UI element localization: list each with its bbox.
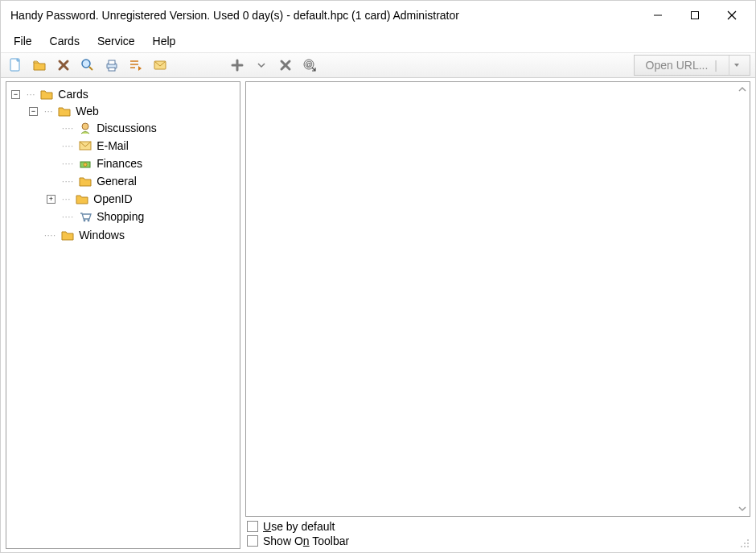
resize-grip-icon[interactable] <box>739 538 750 549</box>
tree-web[interactable]: − ··· Web <box>29 103 238 119</box>
footer-options: Use by default Show On Toolbar <box>245 517 750 549</box>
svg-text:@: @ <box>305 60 312 68</box>
tree-discussions[interactable]: ···· Discussions <box>47 120 238 136</box>
collapse-icon[interactable]: − <box>11 90 20 99</box>
search-icon <box>80 58 95 72</box>
folder-icon <box>40 88 53 101</box>
autofill-button[interactable] <box>126 56 146 75</box>
print-button[interactable] <box>102 56 121 75</box>
menu-service[interactable]: Service <box>89 32 143 50</box>
remove-button[interactable] <box>276 56 295 75</box>
minimize-button[interactable] <box>639 3 676 27</box>
minimize-icon <box>653 10 663 20</box>
menu-help[interactable]: Help <box>145 32 184 50</box>
svg-point-32 <box>744 546 746 547</box>
folder-open-icon <box>32 58 47 72</box>
content-pane: Use by default Show On Toolbar <box>245 81 750 549</box>
close-icon <box>727 10 737 20</box>
tree-shopping[interactable]: ···· Shopping <box>47 208 238 225</box>
window-title: Handy Password. Unregistered Version. Us… <box>10 9 639 22</box>
tree-label: Finances <box>97 157 142 170</box>
tree-root-cards[interactable]: − ··· Cards <box>11 86 238 102</box>
open-button[interactable] <box>30 56 49 75</box>
svg-rect-11 <box>109 68 115 71</box>
new-card-button[interactable] <box>6 56 25 75</box>
svg-point-27 <box>88 220 90 222</box>
add-dropdown-button[interactable] <box>252 56 271 75</box>
toolbar: @ Open URL... | <box>1 52 755 78</box>
tree-pane[interactable]: − ··· Cards − ··· <box>6 81 240 549</box>
add-button[interactable] <box>228 56 247 75</box>
menu-cards[interactable]: Cards <box>42 32 88 50</box>
tree-windows[interactable]: ···· Windows <box>29 227 238 243</box>
svg-rect-1 <box>692 12 699 19</box>
globe-arrow-icon: @ <box>302 58 317 72</box>
expand-icon[interactable]: + <box>47 195 55 204</box>
chevron-down-icon <box>738 505 746 513</box>
svg-point-22 <box>82 123 88 130</box>
chevron-up-icon <box>738 85 746 93</box>
plus-icon <box>231 59 244 72</box>
tree-label: E-Mail <box>97 139 129 152</box>
envelope-icon <box>153 58 167 72</box>
svg-point-33 <box>747 546 749 547</box>
envelope-icon <box>79 139 92 152</box>
svg-point-26 <box>84 220 86 222</box>
maximize-button[interactable] <box>676 3 713 27</box>
tree-email[interactable]: ···· E-Mail <box>47 138 238 154</box>
close-button[interactable] <box>713 3 750 27</box>
card-view-area[interactable] <box>245 81 750 517</box>
main-body: − ··· Cards − ··· <box>1 78 755 552</box>
tree-general[interactable]: ···· General <box>47 173 238 189</box>
svg-point-31 <box>741 546 742 547</box>
printer-icon <box>105 58 119 72</box>
web-capture-button[interactable]: @ <box>300 56 319 75</box>
svg-point-28 <box>747 539 749 541</box>
open-url-dropdown[interactable] <box>729 56 743 75</box>
open-url-label: Open URL... <box>646 59 709 72</box>
app-window: Handy Password. Unregistered Version. Us… <box>0 0 756 553</box>
svg-point-7 <box>82 60 90 68</box>
tree-openid[interactable]: + ··· OpenID <box>47 191 238 207</box>
open-url-button[interactable]: Open URL... | <box>634 55 750 76</box>
folder-icon <box>79 175 92 188</box>
fill-arrow-icon <box>129 58 143 72</box>
folder-icon <box>76 192 88 205</box>
document-icon <box>8 58 23 72</box>
maximize-icon <box>690 10 700 20</box>
tree-finances[interactable]: ···· Finances <box>47 155 238 171</box>
window-controls <box>639 3 750 27</box>
person-icon <box>79 122 92 134</box>
x-grey-icon <box>279 59 292 72</box>
delete-button[interactable] <box>54 56 73 75</box>
titlebar: Handy Password. Unregistered Version. Us… <box>1 1 755 30</box>
use-by-default-checkbox[interactable] <box>247 521 258 532</box>
tree-label: Cards <box>58 88 88 101</box>
svg-point-30 <box>747 543 749 544</box>
mail-button[interactable] <box>150 56 170 75</box>
svg-point-25 <box>84 163 87 167</box>
svg-point-29 <box>744 543 746 544</box>
cart-icon <box>79 210 92 223</box>
use-by-default-row[interactable]: Use by default <box>247 520 749 533</box>
show-on-toolbar-label: Show On Toolbar <box>263 534 349 547</box>
chevron-down-icon <box>733 62 740 68</box>
svg-rect-10 <box>109 60 115 64</box>
show-on-toolbar-row[interactable]: Show On Toolbar <box>247 534 749 547</box>
money-icon <box>79 157 92 170</box>
menu-file[interactable]: File <box>6 32 40 50</box>
show-on-toolbar-checkbox[interactable] <box>247 535 258 547</box>
delete-x-icon <box>57 59 70 72</box>
tree-label: Shopping <box>97 210 144 223</box>
tree-label: OpenID <box>93 192 132 205</box>
scroll-down-button[interactable] <box>737 503 748 514</box>
tree-label: Windows <box>79 229 125 241</box>
tree-label: Discussions <box>97 122 157 134</box>
search-button[interactable] <box>78 56 97 75</box>
svg-line-8 <box>89 67 92 70</box>
tree-label: Web <box>76 105 99 118</box>
tree-label: General <box>97 175 137 188</box>
scroll-up-button[interactable] <box>737 84 748 95</box>
folder-icon <box>61 229 74 241</box>
collapse-icon[interactable]: − <box>29 107 38 116</box>
